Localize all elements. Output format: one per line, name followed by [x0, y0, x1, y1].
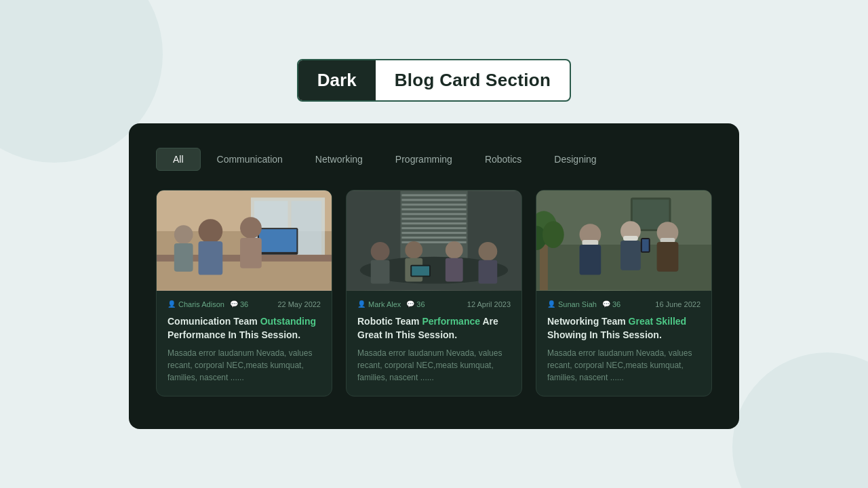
card-2-date: 12 April 2023: [467, 300, 511, 308]
card-2-meta: 👤 Mark Alex 💬 36 12 April 2023: [357, 300, 511, 308]
card-image-3: [536, 190, 711, 291]
comment-icon-3: 💬: [602, 300, 610, 308]
card-3-meta: 👤 Sunan Siah 💬 36 16 June 2022: [547, 300, 701, 308]
svg-rect-25: [401, 237, 466, 239]
card-3-date: 16 June 2022: [655, 300, 701, 308]
comment-icon-2: 💬: [406, 300, 414, 308]
svg-point-34: [478, 242, 497, 261]
card-2-comments: 💬 36: [406, 300, 425, 308]
svg-point-28: [371, 242, 390, 261]
svg-rect-54: [657, 242, 679, 272]
svg-rect-53: [660, 238, 675, 243]
dark-label: Dark: [298, 60, 376, 100]
svg-rect-17: [401, 199, 466, 201]
blog-card-1[interactable]: 👤 Charis Adison 💬 36 22 May 2022 Comunic…: [156, 190, 332, 396]
card-1-title: Comunication Team Outstanding Performanc…: [167, 315, 321, 342]
svg-point-8: [199, 219, 223, 243]
card-1-author: 👤 Charis Adison: [167, 300, 224, 308]
svg-point-12: [174, 225, 193, 244]
card-1-excerpt: Masada error laudanum Nevada, values rec…: [167, 347, 321, 384]
card-image-2: [347, 190, 521, 291]
svg-rect-56: [642, 239, 649, 251]
page-wrapper: Dark Blog Card Section All Communication…: [129, 59, 739, 429]
card-3-author: 👤 Sunan Siah: [547, 300, 597, 308]
svg-rect-24: [401, 232, 466, 234]
card-image-1: [157, 190, 332, 291]
svg-rect-13: [174, 243, 193, 272]
user-icon-3: 👤: [547, 300, 555, 308]
blog-card-2[interactable]: 👤 Mark Alex 💬 36 12 April 2023 Robotic T…: [346, 190, 522, 396]
svg-rect-47: [582, 240, 598, 245]
svg-rect-29: [371, 260, 390, 284]
svg-rect-19: [401, 208, 466, 210]
tab-programming[interactable]: Programming: [379, 148, 469, 170]
svg-rect-35: [478, 260, 497, 284]
section-title: Blog Card Section: [376, 60, 570, 100]
tab-all[interactable]: All: [156, 148, 201, 171]
svg-rect-37: [412, 266, 429, 276]
card-2-content: 👤 Mark Alex 💬 36 12 April 2023 Robotic T…: [347, 291, 521, 396]
card-1-meta: 👤 Charis Adison 💬 36 22 May 2022: [167, 300, 321, 308]
tab-robotics[interactable]: Robotics: [469, 148, 538, 170]
card-3-title: Networking Team Great Skilled Showing In…: [547, 315, 701, 342]
svg-rect-11: [240, 238, 262, 268]
svg-point-32: [446, 241, 463, 259]
svg-point-10: [240, 217, 262, 239]
filter-tabs: All Communication Networking Programming…: [156, 148, 712, 171]
cards-grid: 👤 Charis Adison 💬 36 22 May 2022 Comunic…: [156, 190, 712, 396]
card-2-title: Robotic Team Performance Are Great In Th…: [357, 315, 511, 342]
tab-communication[interactable]: Communication: [201, 148, 299, 170]
svg-rect-50: [623, 236, 638, 241]
card-3-excerpt: Masada error laudanum Nevada, values rec…: [547, 347, 701, 384]
svg-rect-22: [401, 222, 466, 224]
card-3-content: 👤 Sunan Siah 💬 36 16 June 2022 Networkin…: [536, 291, 711, 396]
svg-point-43: [542, 221, 564, 248]
user-icon-1: 👤: [167, 300, 176, 308]
tab-networking[interactable]: Networking: [299, 148, 379, 170]
card-2-author: 👤 Mark Alex: [357, 300, 401, 308]
svg-rect-33: [446, 258, 463, 282]
svg-rect-18: [401, 203, 466, 205]
header-badge: Dark Blog Card Section: [297, 59, 571, 102]
card-2-excerpt: Masada error laudanum Nevada, values rec…: [357, 347, 511, 384]
dark-section: All Communication Networking Programming…: [129, 123, 739, 429]
svg-rect-9: [199, 241, 223, 275]
svg-rect-20: [401, 213, 466, 215]
card-1-comments: 💬 36: [230, 300, 248, 308]
card-1-content: 👤 Charis Adison 💬 36 22 May 2022 Comunic…: [157, 291, 332, 396]
svg-point-30: [405, 241, 422, 259]
tab-designing[interactable]: Designing: [538, 148, 612, 170]
svg-rect-16: [401, 194, 466, 196]
svg-rect-48: [580, 245, 601, 275]
svg-rect-7: [259, 229, 297, 252]
user-icon-2: 👤: [357, 300, 366, 308]
card-1-date: 22 May 2022: [277, 300, 321, 308]
comment-icon-1: 💬: [230, 300, 238, 308]
card-3-comments: 💬 36: [602, 300, 620, 308]
svg-rect-21: [401, 218, 466, 220]
blog-card-3[interactable]: 👤 Sunan Siah 💬 36 16 June 2022 Networkin…: [536, 190, 712, 396]
svg-rect-23: [401, 227, 466, 229]
svg-rect-51: [620, 241, 641, 270]
